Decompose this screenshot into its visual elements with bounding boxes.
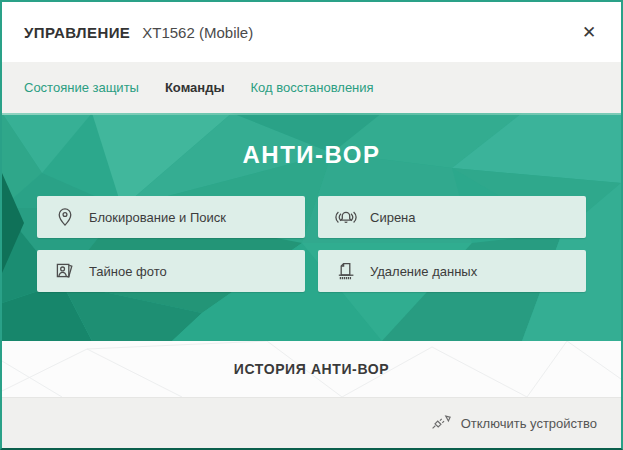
data-wipe-button[interactable]: Удаление данных [318, 250, 586, 292]
command-label: Блокирование и Поиск [89, 210, 226, 225]
anti-theft-section: АНТИ-ВОР Блокирование и Поиск [2, 113, 621, 341]
tab-commands[interactable]: Команды [165, 80, 225, 95]
disconnect-label: Отключить устройство [461, 416, 597, 431]
data-wipe-icon [331, 259, 361, 283]
close-icon[interactable]: ✕ [575, 18, 603, 46]
disconnect-plug-icon [429, 411, 453, 435]
disconnect-device-link[interactable]: Отключить устройство [429, 411, 597, 435]
siren-button[interactable]: Сирена [318, 196, 586, 238]
titlebar: УПРАВЛЕНИЕ XT1562 (Mobile) ✕ [2, 2, 621, 62]
command-grid: Блокирование и Поиск Сирена [37, 196, 586, 292]
management-window: УПРАВЛЕНИЕ XT1562 (Mobile) ✕ Состояние з… [0, 0, 623, 450]
hero-top-edge [2, 113, 621, 115]
command-label: Удаление данных [370, 264, 477, 279]
anti-theft-title: АНТИ-ВОР [2, 141, 621, 171]
secret-photo-button[interactable]: Тайное фото [37, 250, 305, 292]
command-label: Тайное фото [89, 264, 167, 279]
tab-protection-status[interactable]: Состояние защиты [24, 80, 139, 95]
secret-photo-icon [50, 259, 80, 283]
tab-bar: Состояние защиты Команды Код восстановле… [2, 62, 621, 113]
footer-bar: Отключить устройство [2, 397, 621, 448]
siren-icon [331, 205, 361, 229]
lock-and-locate-button[interactable]: Блокирование и Поиск [37, 196, 305, 238]
location-pin-icon [50, 205, 80, 229]
device-name: XT1562 (Mobile) [142, 24, 253, 41]
history-title: ИСТОРИЯ АНТИ-ВОР [234, 361, 389, 377]
anti-theft-history-section[interactable]: ИСТОРИЯ АНТИ-ВОР [2, 341, 621, 397]
command-label: Сирена [370, 210, 416, 225]
window-title: УПРАВЛЕНИЕ [24, 24, 130, 41]
tab-recovery-code[interactable]: Код восстановления [251, 80, 374, 95]
